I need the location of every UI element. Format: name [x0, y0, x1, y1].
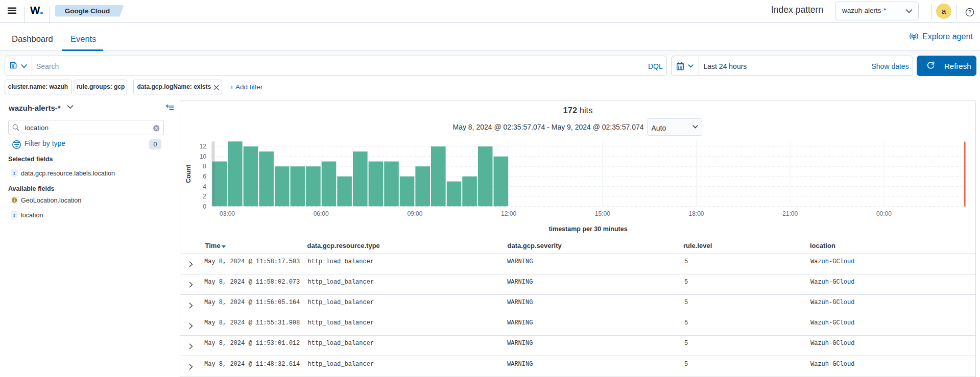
svg-text:12: 12: [200, 143, 207, 150]
svg-text:8: 8: [203, 163, 206, 170]
svg-text:03:00: 03:00: [220, 210, 235, 217]
svg-text:?: ?: [968, 9, 971, 15]
svg-text:timestamp per 30 minutes: timestamp per 30 minutes: [548, 225, 627, 233]
svg-text:15:00: 15:00: [595, 210, 610, 217]
svg-text:21:00: 21:00: [782, 210, 798, 217]
svg-text:0: 0: [203, 203, 206, 210]
svg-text:12:00: 12:00: [501, 210, 516, 217]
svg-text:Count: Count: [185, 164, 192, 183]
svg-text:09:00: 09:00: [407, 210, 422, 217]
svg-text:00:00: 00:00: [876, 210, 892, 217]
svg-text:06:00: 06:00: [314, 210, 329, 217]
svg-text:2: 2: [203, 193, 206, 200]
svg-text:4: 4: [203, 183, 206, 190]
svg-text:10: 10: [200, 153, 207, 160]
svg-text:6: 6: [203, 173, 206, 180]
svg-text:18:00: 18:00: [688, 210, 704, 217]
